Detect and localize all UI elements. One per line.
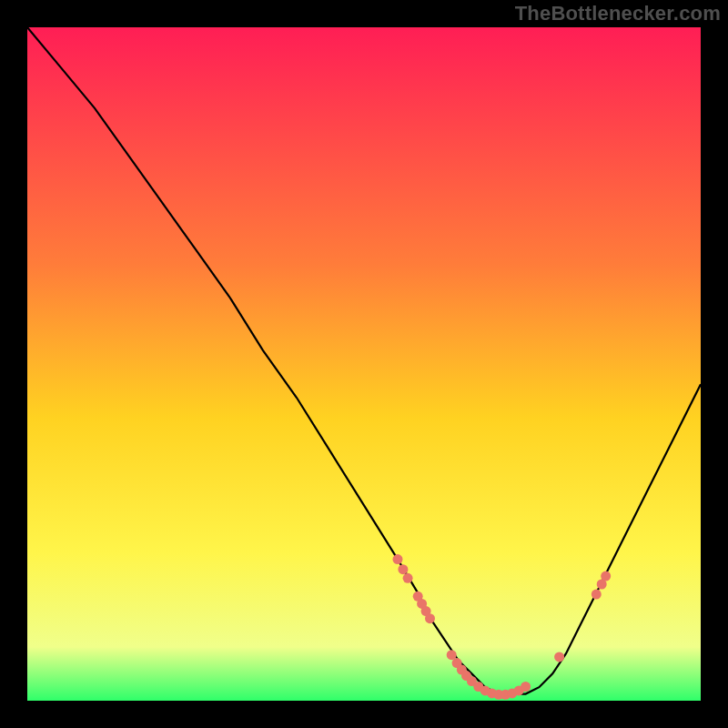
watermark-text: TheBottlenecker.com: [515, 2, 721, 25]
gradient-background: [27, 27, 701, 701]
bottleneck-chart: [27, 27, 701, 701]
data-point: [601, 571, 611, 581]
data-point: [398, 564, 408, 574]
data-point: [521, 682, 531, 692]
data-point: [592, 590, 602, 600]
data-point: [554, 652, 564, 662]
chart-frame: TheBottlenecker.com: [0, 0, 728, 728]
data-point: [393, 554, 403, 564]
data-point: [425, 613, 435, 623]
plot-area: [27, 27, 701, 701]
data-point: [403, 573, 413, 583]
